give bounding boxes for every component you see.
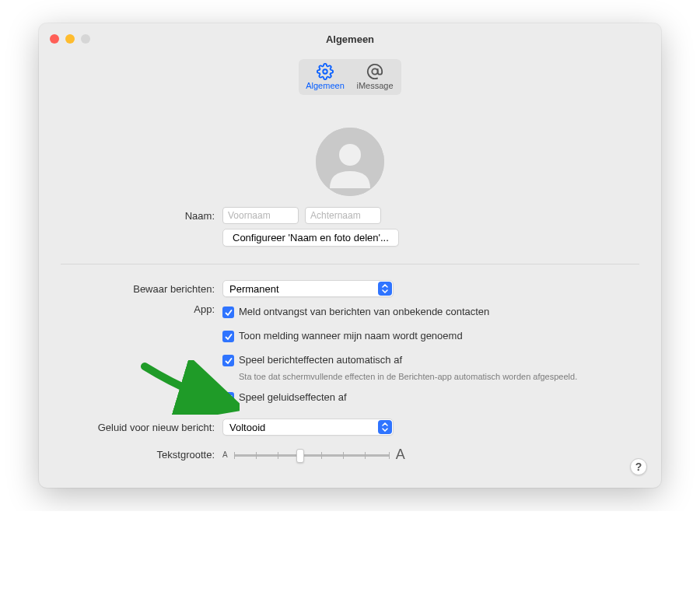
- keep-messages-label: Bewaar berichten:: [61, 283, 222, 295]
- keep-messages-value: Permanent: [229, 283, 279, 295]
- svg-point-3: [339, 144, 361, 166]
- section-divider: [61, 264, 639, 264]
- text-size-row: Tekstgrootte: A: [61, 447, 639, 463]
- auto-effects-label: Speel berichteffecten automatisch af: [239, 354, 402, 366]
- name-mention-label: Toon melding wanneer mijn naam wordt gen…: [239, 330, 463, 342]
- configure-share-button[interactable]: Configureer 'Naam en foto delen'...: [222, 229, 399, 247]
- new-message-sound-value: Voltooid: [229, 422, 265, 433]
- app-label: App:: [61, 302, 222, 315]
- auto-effects-row: Speel berichteffecten automatisch af: [222, 354, 402, 366]
- help-label: ?: [635, 461, 642, 473]
- check-icon: [225, 357, 233, 365]
- auto-effects-checkbox[interactable]: [222, 355, 234, 366]
- check-icon: [225, 394, 233, 402]
- new-message-sound-row: Geluid voor nieuw bericht: Voltooid: [61, 419, 639, 436]
- sound-effects-checkbox[interactable]: [222, 392, 234, 404]
- avatar-container: [61, 128, 639, 196]
- slider-knob[interactable]: [296, 449, 304, 463]
- tab-imessage[interactable]: iMessage: [350, 61, 400, 93]
- avatar[interactable]: [316, 128, 384, 196]
- name-label: Naam:: [61, 210, 222, 222]
- at-icon: [366, 64, 383, 79]
- new-message-sound-select[interactable]: Voltooid: [222, 419, 394, 436]
- keep-messages-row: Bewaar berichten: Permanent: [61, 280, 639, 297]
- window-controls: [39, 34, 90, 44]
- small-a-icon: A: [222, 450, 228, 459]
- sound-effects-row: Speel geluidseffecten af: [222, 391, 347, 404]
- help-button[interactable]: ?: [630, 458, 647, 475]
- first-name-input[interactable]: [222, 207, 299, 224]
- svg-point-1: [372, 68, 377, 74]
- notify-unknown-checkbox[interactable]: [222, 307, 234, 318]
- minimize-window-button[interactable]: [65, 34, 75, 44]
- name-mention-row: Toon melding wanneer mijn naam wordt gen…: [222, 330, 463, 342]
- name-mention-checkbox[interactable]: [222, 331, 234, 342]
- notify-unknown-label: Meld ontvangst van berichten van onbeken…: [239, 306, 489, 317]
- preferences-window: Algemeen Algemeen i: [39, 23, 661, 488]
- share-row: Configureer 'Naam en foto delen'...: [61, 229, 639, 247]
- svg-point-0: [323, 69, 327, 74]
- tab-segments: Algemeen iMessage: [299, 59, 401, 95]
- gear-icon: [317, 64, 334, 79]
- close-window-button[interactable]: [50, 34, 59, 44]
- content-area: Naam: Configureer 'Naam en foto delen'..…: [39, 103, 661, 488]
- auto-effects-description: Sta toe dat schermvullende effecten in d…: [239, 372, 577, 381]
- name-row: Naam:: [61, 207, 639, 224]
- new-message-sound-label: Geluid voor nieuw bericht:: [61, 422, 222, 433]
- person-icon: [316, 128, 384, 196]
- text-size-slider[interactable]: [234, 447, 390, 463]
- window-title: Algemeen: [39, 33, 661, 45]
- check-icon: [225, 333, 233, 341]
- notify-unknown-row: Meld ontvangst van berichten van onbeken…: [222, 306, 489, 318]
- sound-effects-label: Speel geluidseffecten af: [239, 391, 347, 403]
- toolbar: Algemeen iMessage: [39, 54, 661, 103]
- tab-general-label: Algemeen: [306, 81, 345, 90]
- tab-imessage-label: iMessage: [356, 81, 393, 90]
- chevron-updown-icon: [378, 420, 392, 434]
- chevron-updown-icon: [378, 282, 392, 296]
- zoom-window-button[interactable]: [81, 34, 90, 44]
- check-icon: [225, 309, 233, 317]
- text-size-label: Tekstgrootte:: [61, 449, 222, 461]
- app-row: App: Meld ontvangst van berichten van on…: [61, 302, 639, 408]
- keep-messages-select[interactable]: Permanent: [222, 280, 394, 297]
- last-name-input[interactable]: [305, 207, 381, 224]
- title-bar: Algemeen: [39, 23, 661, 54]
- tab-general[interactable]: Algemeen: [300, 61, 350, 93]
- large-a-icon: A: [396, 447, 405, 463]
